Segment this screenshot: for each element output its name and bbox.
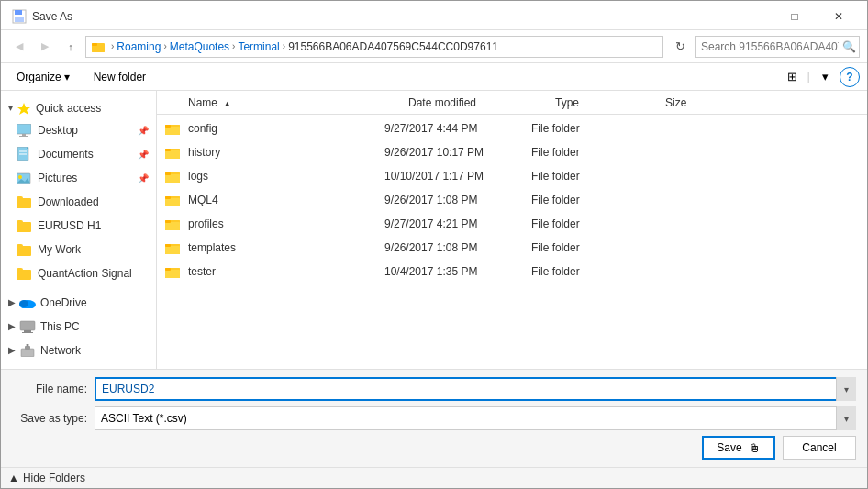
svg-rect-2 xyxy=(15,17,24,22)
breadcrumb-bar[interactable]: › Roaming › MetaQuotes › Terminal › 9155… xyxy=(85,36,663,58)
breadcrumb-terminal[interactable]: Terminal xyxy=(238,40,279,53)
savetype-label: Save as type: xyxy=(12,412,95,425)
sidebar-network-header[interactable]: ▶ Network xyxy=(1,337,156,361)
column-header: Name ▲ Date modified Type Size xyxy=(157,91,867,115)
folder-mywork-icon xyxy=(17,244,31,256)
folder-icon xyxy=(164,239,181,256)
search-input[interactable] xyxy=(695,36,860,58)
folder-eurusd-icon xyxy=(17,220,31,232)
sidebar-thispc-header[interactable]: ▶ This PC xyxy=(1,313,156,337)
svg-marker-6 xyxy=(17,103,30,115)
organize-button[interactable]: Organize ▾ xyxy=(8,67,78,87)
sidebar-item-eurusd[interactable]: EURUSD H1 xyxy=(1,214,156,238)
save-as-icon xyxy=(12,9,27,24)
svg-rect-46 xyxy=(165,246,180,254)
secondary-toolbar: Organize ▾ New folder ⊞ | ▾ ? xyxy=(1,63,867,91)
file-type: File folder xyxy=(531,122,641,135)
breadcrumb-current[interactable]: 915566BA06ADA407569C544CC0D97611 xyxy=(288,40,498,53)
svg-rect-26 xyxy=(165,127,180,135)
file-type: File folder xyxy=(531,170,641,183)
search-icon[interactable]: 🔍 xyxy=(842,40,856,53)
forward-button[interactable]: ▶ xyxy=(34,36,56,58)
save-label: Save xyxy=(717,441,741,454)
sidebar-item-downloaded[interactable]: Downloaded xyxy=(1,190,156,214)
breadcrumb-sep3: › xyxy=(232,41,235,51)
title-bar: Save As ─ □ ✕ xyxy=(1,1,867,30)
sidebar-onedrive-header[interactable]: ▶ OneDrive xyxy=(1,289,156,313)
desktop-label: Desktop xyxy=(38,124,78,137)
view-dropdown-icon: ▾ xyxy=(822,70,829,83)
savetype-select[interactable]: ASCII Text (*.csv) xyxy=(95,406,856,430)
network-label: Network xyxy=(40,344,81,357)
organize-label: Organize xyxy=(17,71,61,83)
address-toolbar: ◀ ▶ ↑ › Roaming › MetaQuotes › Terminal … xyxy=(1,30,867,63)
refresh-button[interactable]: ↻ xyxy=(669,36,691,58)
col-header-name[interactable]: Name ▲ xyxy=(188,96,408,109)
folder-icon xyxy=(164,263,181,280)
svg-rect-39 xyxy=(165,196,171,199)
svg-rect-51 xyxy=(165,268,171,271)
forward-icon: ▶ xyxy=(41,40,49,52)
help-button[interactable]: ? xyxy=(840,67,860,87)
sidebar-item-documents[interactable]: Documents 📌 xyxy=(1,142,156,166)
breadcrumb-roaming[interactable]: Roaming xyxy=(117,40,161,53)
view-options-button[interactable]: ⊞ xyxy=(782,67,804,87)
col-header-date[interactable]: Date modified xyxy=(408,96,555,109)
file-type: File folder xyxy=(531,217,641,230)
cancel-button[interactable]: Cancel xyxy=(783,436,856,460)
pin-icon: 📌 xyxy=(138,126,149,136)
pin-icon-docs: 📌 xyxy=(138,150,149,160)
hide-folders-bar[interactable]: ▲ Hide Folders xyxy=(1,467,867,488)
file-date: 9/26/2017 1:08 PM xyxy=(384,194,531,206)
table-row[interactable]: history 9/26/2017 10:17 PM File folder xyxy=(157,140,867,164)
view-dropdown-button[interactable]: ▾ xyxy=(814,67,836,87)
minimize-button[interactable]: ─ xyxy=(729,6,772,27)
file-type: File folder xyxy=(531,265,641,278)
table-row[interactable]: config 9/27/2017 4:44 PM File folder xyxy=(157,117,867,140)
hide-folders-arrow-icon: ▲ xyxy=(8,472,19,484)
filename-label: File name: xyxy=(12,383,95,395)
quantaction-label: QuantAction Signal xyxy=(38,267,132,280)
file-date: 9/27/2017 4:21 PM xyxy=(384,217,531,230)
dialog-title: Save As xyxy=(32,10,729,23)
sidebar-item-pictures[interactable]: Pictures 📌 xyxy=(1,166,156,190)
svg-rect-8 xyxy=(22,134,26,136)
breadcrumb-metaquotes[interactable]: MetaQuotes xyxy=(170,40,229,53)
savetype-select-wrapper: ASCII Text (*.csv) ▾ xyxy=(95,406,856,430)
sidebar-item-quantaction[interactable]: QuantAction Signal xyxy=(1,261,156,285)
sidebar-item-desktop[interactable]: Desktop 📌 xyxy=(1,118,156,142)
table-row[interactable]: profiles 9/27/2017 4:21 PM File folder xyxy=(157,212,867,236)
file-name: logs xyxy=(188,170,384,183)
up-button[interactable]: ↑ xyxy=(60,36,82,58)
back-button[interactable]: ◀ xyxy=(8,36,30,58)
documents-label: Documents xyxy=(38,148,94,161)
close-button[interactable]: ✕ xyxy=(818,6,860,27)
svg-rect-43 xyxy=(165,220,171,223)
filename-input-wrapper: ▾ xyxy=(95,377,856,401)
new-folder-button[interactable]: New folder xyxy=(85,67,154,87)
table-row[interactable]: logs 10/10/2017 1:17 PM File folder xyxy=(157,164,867,188)
col-header-size[interactable]: Size xyxy=(665,96,860,109)
table-row[interactable]: tester 10/4/2017 1:35 PM File folder xyxy=(157,260,867,283)
filename-input[interactable] xyxy=(95,377,856,401)
svg-rect-31 xyxy=(165,149,171,151)
bottom-bar: File name: ▾ Save as type: ASCII Text (*… xyxy=(1,369,867,467)
sidebar-quick-access-header[interactable]: ▾ Quick access xyxy=(1,94,156,118)
quick-access-expand-icon: ▾ xyxy=(8,103,13,113)
table-row[interactable]: templates 9/26/2017 1:08 PM File folder xyxy=(157,236,867,260)
file-date: 9/26/2017 10:17 PM xyxy=(384,146,531,159)
thispc-label: This PC xyxy=(40,320,80,333)
svg-rect-27 xyxy=(165,125,171,128)
network-icon xyxy=(19,344,36,357)
table-row[interactable]: MQL4 9/26/2017 1:08 PM File folder xyxy=(157,188,867,212)
documents-icon xyxy=(17,147,30,161)
maximize-button[interactable]: □ xyxy=(773,6,816,27)
save-button[interactable]: Save 🖱 xyxy=(702,436,775,460)
hide-folders-label: Hide Folders xyxy=(23,472,85,484)
col-header-type[interactable]: Type xyxy=(555,96,665,109)
sidebar-item-mywork[interactable]: My Work xyxy=(1,238,156,261)
title-bar-buttons: ─ □ ✕ xyxy=(729,6,860,27)
svg-rect-5 xyxy=(92,43,97,46)
file-date: 10/4/2017 1:35 PM xyxy=(384,265,531,278)
folder-icon xyxy=(164,120,181,137)
